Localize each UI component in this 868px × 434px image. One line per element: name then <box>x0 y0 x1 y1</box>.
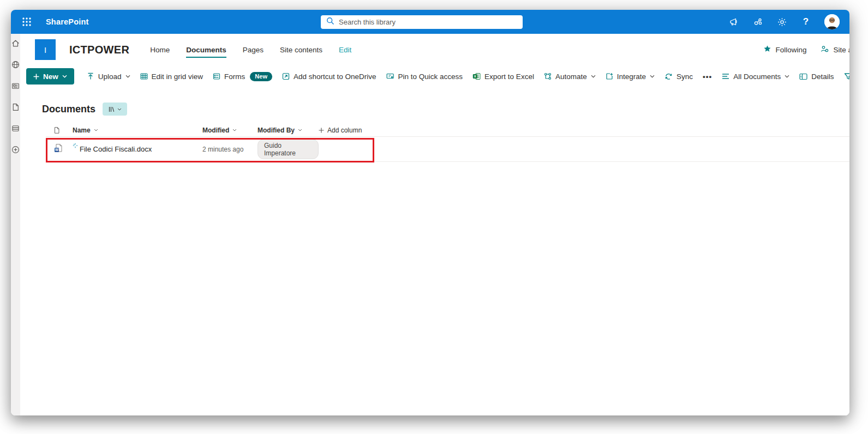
suite-bar: SharePoint ? <box>11 10 849 34</box>
add-column-button[interactable]: Add column <box>319 126 849 134</box>
pin-quick-access-button[interactable]: Pin to Quick access <box>381 68 468 85</box>
following-button[interactable]: Following <box>763 45 806 55</box>
file-row[interactable]: W File Codici Fiscali.docx 2 minutes ago… <box>46 137 849 162</box>
command-bar-right: All Documents Details <box>717 68 849 85</box>
sharepoint-window: SharePoint ? <box>11 10 849 415</box>
person-pill: Guido Imperatore <box>258 139 319 159</box>
sync-button[interactable]: Sync <box>660 68 698 85</box>
chevron-down-icon <box>785 75 789 78</box>
library-title-row: Documents <box>20 101 849 117</box>
search-box[interactable] <box>321 15 523 29</box>
grid-icon <box>140 73 148 80</box>
globe-icon[interactable] <box>11 60 20 69</box>
plus-icon <box>33 74 39 80</box>
chevron-down-icon <box>94 129 98 131</box>
word-file-icon: W <box>53 143 73 155</box>
lists-icon[interactable] <box>11 124 20 133</box>
settings-gear-icon[interactable] <box>776 16 787 27</box>
people-network-icon[interactable] <box>752 16 763 27</box>
nav-home[interactable]: Home <box>150 43 170 57</box>
document-icon <box>53 126 61 134</box>
sync-icon <box>665 73 673 80</box>
view-selector-button[interactable]: All Documents <box>717 68 794 85</box>
plus-icon <box>319 128 324 133</box>
integrate-icon <box>606 73 613 80</box>
app-title[interactable]: SharePoint <box>46 17 89 26</box>
page-icon[interactable] <box>11 103 20 112</box>
nav-pages[interactable]: Pages <box>243 43 264 57</box>
chevron-down-icon <box>125 75 130 78</box>
file-name-cell: File Codici Fiscali.docx <box>73 145 202 153</box>
home-icon[interactable] <box>11 39 20 48</box>
app-launcher-waffle-icon[interactable] <box>21 16 33 28</box>
excel-icon: x <box>472 73 481 80</box>
automate-flow-icon <box>544 73 552 80</box>
search-input[interactable] <box>339 18 517 26</box>
details-pane-button[interactable]: Details <box>794 68 839 85</box>
column-header-name[interactable]: Name <box>73 126 202 134</box>
site-actions: Following Site access <box>763 45 849 55</box>
news-icon[interactable] <box>11 81 20 91</box>
column-header-modified[interactable]: Modified <box>202 126 258 134</box>
nav-edit[interactable]: Edit <box>339 43 351 57</box>
chevron-down-icon <box>591 75 596 78</box>
more-commands-button[interactable]: ••• <box>698 68 717 85</box>
shortcut-icon <box>282 73 290 80</box>
chevron-down-icon <box>62 75 67 78</box>
megaphone-icon[interactable] <box>728 16 739 27</box>
file-name-link[interactable]: File Codici Fiscali.docx <box>80 145 152 153</box>
upload-icon <box>87 73 94 80</box>
export-to-excel-button[interactable]: x Export to Excel <box>468 68 539 85</box>
main-content: I ICTPOWER Home Documents Pages Site con… <box>20 34 849 415</box>
column-header-modified-by[interactable]: Modified By <box>258 126 319 134</box>
forms-new-badge: New <box>250 72 272 81</box>
left-navigation-rail <box>11 34 20 415</box>
site-navigation: Home Documents Pages Site contents Edit <box>150 43 351 57</box>
chevron-down-icon <box>650 75 655 78</box>
new-button[interactable]: New <box>26 68 74 85</box>
pin-icon <box>386 73 394 80</box>
file-type-column-icon[interactable] <box>53 126 73 134</box>
site-title[interactable]: ICTPOWER <box>69 44 129 56</box>
table-header-row: Name Modified Modified By Add column <box>46 124 849 137</box>
documents-table: Name Modified Modified By Add column <box>46 124 849 162</box>
shelf-bars-icon <box>108 106 115 113</box>
filter-icon[interactable] <box>839 68 850 85</box>
star-icon <box>763 45 771 55</box>
edit-grid-view-button[interactable]: Edit in grid view <box>135 68 208 85</box>
view-lines-icon <box>722 73 729 80</box>
new-item-sparkle-icon <box>73 142 78 150</box>
modified-by-cell: Guido Imperatore <box>258 139 319 159</box>
svg-text:x: x <box>474 74 476 78</box>
site-logo[interactable]: I <box>35 39 56 60</box>
command-bar: New Upload Edit in grid view Forms New <box>20 65 849 87</box>
search-icon <box>326 17 334 27</box>
add-shortcut-onedrive-button[interactable]: Add shortcut to OneDrive <box>277 68 381 85</box>
people-gear-icon <box>821 45 829 55</box>
suite-right-icons: ? <box>728 14 840 29</box>
nav-documents[interactable]: Documents <box>186 43 226 57</box>
create-plus-icon[interactable] <box>11 145 20 154</box>
forms-button[interactable]: Forms New <box>208 68 277 85</box>
library-title: Documents <box>42 104 95 115</box>
chevron-down-icon <box>298 129 302 131</box>
help-icon[interactable]: ? <box>800 16 811 27</box>
nav-site-contents[interactable]: Site contents <box>280 43 322 57</box>
automate-button[interactable]: Automate <box>539 68 601 85</box>
user-avatar[interactable] <box>824 14 840 29</box>
details-panel-icon <box>799 73 807 80</box>
site-header: I ICTPOWER Home Documents Pages Site con… <box>20 34 849 65</box>
site-access-button[interactable]: Site access <box>821 45 849 55</box>
chevron-down-icon <box>117 108 122 111</box>
integrate-button[interactable]: Integrate <box>601 68 660 85</box>
library-view-toggle[interactable] <box>103 103 127 116</box>
upload-button[interactable]: Upload <box>82 68 135 85</box>
svg-text:W: W <box>55 148 59 152</box>
forms-icon <box>213 73 220 80</box>
chevron-down-icon <box>232 129 237 131</box>
modified-cell: 2 minutes ago <box>202 146 258 153</box>
